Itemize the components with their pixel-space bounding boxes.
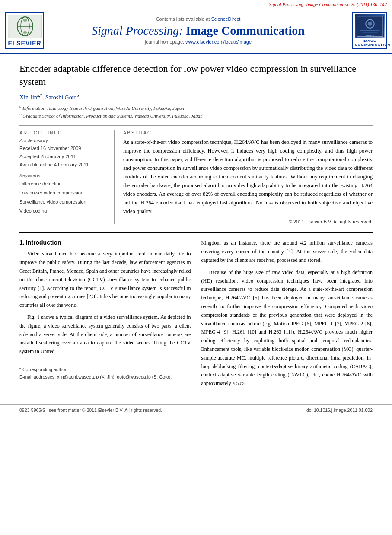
- svg-point-5: [23, 31, 27, 34]
- homepage-url[interactable]: www.elsevier.com/locate/image: [185, 39, 252, 45]
- sciencedirect-link[interactable]: ScienceDirect: [211, 16, 240, 22]
- article-info-col: ARTICLE INFO Article history: Received 1…: [19, 130, 115, 224]
- keywords-list: Difference detection Low power video com…: [19, 179, 107, 216]
- main-content: 1. Introduction Video surveillance has b…: [19, 239, 373, 392]
- keywords-label: Keywords:: [19, 173, 107, 178]
- keywords-section: Keywords: Difference detection Low power…: [19, 173, 107, 216]
- keyword-3: Surveillance video compression: [19, 197, 107, 207]
- contents-available-line: Contents lists available at ScienceDirec…: [53, 16, 344, 22]
- author-xin-jin[interactable]: Xin Jin: [19, 94, 37, 101]
- section-divider: [19, 232, 373, 233]
- abstract-col: ABSTRACT As a state-of-the-art video com…: [123, 130, 373, 224]
- journal-ref-text: Signal Processing: Image Communication 2…: [269, 2, 387, 7]
- intro-para-1: Video surveillance has become a very imp…: [19, 250, 191, 310]
- footnote-block: * Corresponding author. E-mail addresses…: [19, 363, 191, 381]
- svg-point-9: [368, 22, 372, 26]
- issn-text: 0923-5965/$ - see front matter © 2011 El…: [19, 408, 162, 413]
- image-communication-logo: IMAGE IMAGECOMMUNICATION: [352, 12, 387, 49]
- paper-title: Encoder adaptable difference detection f…: [19, 62, 373, 88]
- paper-body: Encoder adaptable difference detection f…: [0, 54, 392, 404]
- affil-a-text: Information Technology Research Organiza…: [22, 105, 184, 111]
- affiliations: a Information Technology Research Organi…: [19, 104, 373, 119]
- intro-right-para-1: Kingdom as an instance, there are around…: [201, 239, 373, 264]
- received-date: Received 16 November 2009: [19, 144, 107, 153]
- ic-label: IMAGECOMMUNICATION: [355, 39, 384, 47]
- intro-para-2: Fig. 1 shows a typical diagram of a vide…: [19, 313, 191, 356]
- divider-after-affiliations: [19, 125, 373, 126]
- article-dates: Received 16 November 2009 Accepted 25 Ja…: [19, 144, 107, 169]
- available-date: Available online 4 February 2011: [19, 161, 107, 169]
- affil-b-text: Graduate School of Information, Producti…: [22, 113, 203, 118]
- elsevier-image: [8, 15, 42, 38]
- email-addresses: xjin@aoni.waseda.jp (X. Jin), goto@wased…: [57, 374, 172, 379]
- svg-rect-11: [363, 32, 378, 33]
- svg-text:IMAGE: IMAGE: [366, 34, 374, 37]
- svg-rect-10: [360, 30, 380, 31]
- intro-section-title: Introduction: [26, 239, 61, 246]
- journal-header: ELSEVIER Contents lists available at Sci…: [0, 8, 392, 54]
- journal-title-block: Contents lists available at ScienceDirec…: [44, 16, 352, 45]
- affil-a-sup: a: [19, 104, 22, 108]
- keyword-2: Low power video compression: [19, 188, 107, 197]
- article-history-section: Article history: Received 16 November 20…: [19, 138, 107, 169]
- journal-homepage: journal homepage: www.elsevier.com/locat…: [53, 39, 344, 45]
- keyword-4: Video coding: [19, 207, 107, 216]
- abstract-text: As a state-of-the-art video compression …: [123, 138, 373, 216]
- article-info-header: ARTICLE INFO: [19, 130, 107, 135]
- intro-right-para-2: Because of the huge size of raw video da…: [201, 268, 373, 388]
- journal-name: Signal Processing: Image Communication: [53, 23, 344, 38]
- doi-text: doi:10.1016/j.image.2011.01.002: [306, 408, 373, 413]
- elsevier-wordmark: ELSEVIER: [8, 40, 41, 47]
- author-xin-jin-sup: a,*: [37, 93, 42, 98]
- article-info-abstract-section: ARTICLE INFO Article history: Received 1…: [19, 130, 373, 224]
- main-left-col: 1. Introduction Video surveillance has b…: [19, 239, 191, 392]
- ic-logo-image: IMAGE: [355, 14, 385, 38]
- accepted-date: Accepted 25 January 2011: [19, 153, 107, 161]
- history-label: Article history:: [19, 138, 107, 143]
- bottom-bar: 0923-5965/$ - see front matter © 2011 El…: [0, 404, 392, 415]
- keyword-1: Difference detection: [19, 179, 107, 188]
- email-note: E-mail addresses: xjin@aoni.waseda.jp (X…: [19, 373, 191, 381]
- authors-line: Xin Jina,*, Satoshi Gotob: [19, 93, 373, 101]
- svg-point-4: [23, 19, 27, 22]
- intro-section-num: 1.: [19, 239, 25, 246]
- elsevier-logo: ELSEVIER: [5, 12, 44, 49]
- copyright-line: © 2011 Elsevier B.V. All rights reserved…: [123, 219, 373, 224]
- author-satoshi-goto[interactable]: Satoshi Goto: [45, 94, 77, 101]
- author-satoshi-goto-sup: b: [77, 93, 79, 98]
- abstract-header: ABSTRACT: [123, 130, 373, 135]
- intro-heading: 1. Introduction: [19, 239, 191, 246]
- corresponding-note: * Corresponding author.: [19, 366, 191, 373]
- main-right-col: Kingdom as an instance, there are around…: [201, 239, 373, 392]
- email-label: E-mail addresses:: [19, 374, 56, 379]
- journal-reference-bar: Signal Processing: Image Communication 2…: [0, 0, 392, 8]
- affil-b-sup: b: [19, 112, 22, 116]
